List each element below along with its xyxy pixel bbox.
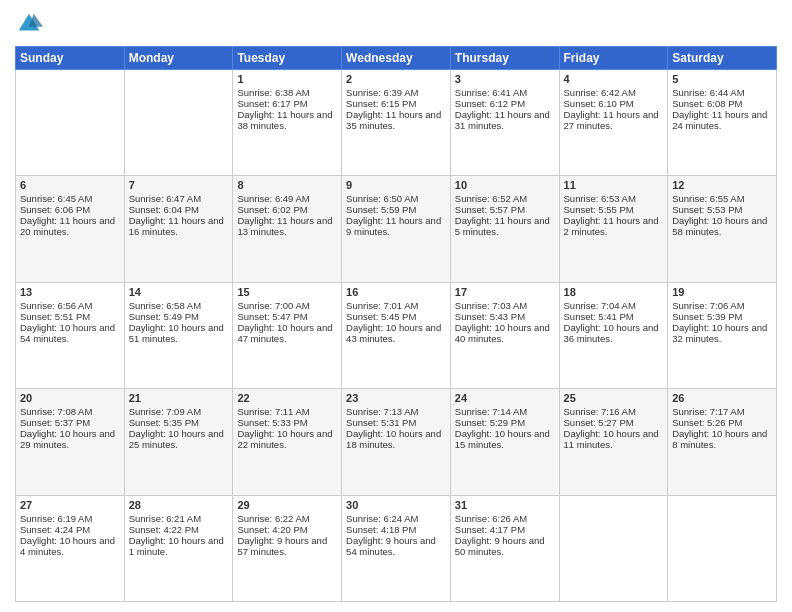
sunset-text: Sunset: 5:45 PM <box>346 311 446 322</box>
calendar-cell: 2Sunrise: 6:39 AMSunset: 6:15 PMDaylight… <box>342 70 451 176</box>
sunrise-text: Sunrise: 6:26 AM <box>455 513 555 524</box>
calendar-cell: 3Sunrise: 6:41 AMSunset: 6:12 PMDaylight… <box>450 70 559 176</box>
day-number: 11 <box>564 179 664 191</box>
daylight-text: Daylight: 10 hours and 29 minutes. <box>20 428 120 450</box>
calendar-cell: 29Sunrise: 6:22 AMSunset: 4:20 PMDayligh… <box>233 495 342 601</box>
sunrise-text: Sunrise: 7:17 AM <box>672 406 772 417</box>
weekday-header-sunday: Sunday <box>16 47 125 70</box>
daylight-text: Daylight: 9 hours and 57 minutes. <box>237 535 337 557</box>
calendar-cell <box>559 495 668 601</box>
sunset-text: Sunset: 6:02 PM <box>237 204 337 215</box>
calendar-cell: 15Sunrise: 7:00 AMSunset: 5:47 PMDayligh… <box>233 282 342 388</box>
daylight-text: Daylight: 10 hours and 1 minute. <box>129 535 229 557</box>
sunset-text: Sunset: 5:27 PM <box>564 417 664 428</box>
logo <box>15 10 47 38</box>
calendar-cell: 25Sunrise: 7:16 AMSunset: 5:27 PMDayligh… <box>559 389 668 495</box>
weekday-header-friday: Friday <box>559 47 668 70</box>
sunrise-text: Sunrise: 6:41 AM <box>455 87 555 98</box>
daylight-text: Daylight: 11 hours and 5 minutes. <box>455 215 555 237</box>
day-number: 27 <box>20 499 120 511</box>
sunset-text: Sunset: 6:15 PM <box>346 98 446 109</box>
daylight-text: Daylight: 9 hours and 54 minutes. <box>346 535 446 557</box>
day-number: 16 <box>346 286 446 298</box>
calendar-cell: 28Sunrise: 6:21 AMSunset: 4:22 PMDayligh… <box>124 495 233 601</box>
sunrise-text: Sunrise: 7:01 AM <box>346 300 446 311</box>
sunset-text: Sunset: 5:33 PM <box>237 417 337 428</box>
day-number: 19 <box>672 286 772 298</box>
calendar-cell: 4Sunrise: 6:42 AMSunset: 6:10 PMDaylight… <box>559 70 668 176</box>
day-number: 26 <box>672 392 772 404</box>
day-number: 30 <box>346 499 446 511</box>
sunset-text: Sunset: 6:17 PM <box>237 98 337 109</box>
sunrise-text: Sunrise: 6:42 AM <box>564 87 664 98</box>
daylight-text: Daylight: 10 hours and 54 minutes. <box>20 322 120 344</box>
calendar-cell <box>16 70 125 176</box>
sunset-text: Sunset: 5:41 PM <box>564 311 664 322</box>
sunrise-text: Sunrise: 6:47 AM <box>129 193 229 204</box>
daylight-text: Daylight: 11 hours and 20 minutes. <box>20 215 120 237</box>
daylight-text: Daylight: 10 hours and 32 minutes. <box>672 322 772 344</box>
daylight-text: Daylight: 11 hours and 24 minutes. <box>672 109 772 131</box>
logo-icon <box>15 10 43 38</box>
sunrise-text: Sunrise: 6:52 AM <box>455 193 555 204</box>
daylight-text: Daylight: 10 hours and 40 minutes. <box>455 322 555 344</box>
sunrise-text: Sunrise: 7:06 AM <box>672 300 772 311</box>
day-number: 13 <box>20 286 120 298</box>
day-number: 29 <box>237 499 337 511</box>
day-number: 28 <box>129 499 229 511</box>
calendar-cell: 1Sunrise: 6:38 AMSunset: 6:17 PMDaylight… <box>233 70 342 176</box>
calendar-cell: 8Sunrise: 6:49 AMSunset: 6:02 PMDaylight… <box>233 176 342 282</box>
sunset-text: Sunset: 5:47 PM <box>237 311 337 322</box>
sunrise-text: Sunrise: 7:14 AM <box>455 406 555 417</box>
day-number: 20 <box>20 392 120 404</box>
sunset-text: Sunset: 6:06 PM <box>20 204 120 215</box>
calendar-cell: 30Sunrise: 6:24 AMSunset: 4:18 PMDayligh… <box>342 495 451 601</box>
sunset-text: Sunset: 5:35 PM <box>129 417 229 428</box>
sunrise-text: Sunrise: 7:00 AM <box>237 300 337 311</box>
daylight-text: Daylight: 10 hours and 36 minutes. <box>564 322 664 344</box>
day-number: 12 <box>672 179 772 191</box>
sunrise-text: Sunrise: 6:56 AM <box>20 300 120 311</box>
day-number: 10 <box>455 179 555 191</box>
sunrise-text: Sunrise: 6:45 AM <box>20 193 120 204</box>
calendar-cell: 23Sunrise: 7:13 AMSunset: 5:31 PMDayligh… <box>342 389 451 495</box>
day-number: 4 <box>564 73 664 85</box>
day-number: 21 <box>129 392 229 404</box>
calendar-cell: 14Sunrise: 6:58 AMSunset: 5:49 PMDayligh… <box>124 282 233 388</box>
daylight-text: Daylight: 10 hours and 25 minutes. <box>129 428 229 450</box>
sunset-text: Sunset: 4:20 PM <box>237 524 337 535</box>
sunset-text: Sunset: 4:22 PM <box>129 524 229 535</box>
calendar-week-3: 13Sunrise: 6:56 AMSunset: 5:51 PMDayligh… <box>16 282 777 388</box>
calendar-header-row: SundayMondayTuesdayWednesdayThursdayFrid… <box>16 47 777 70</box>
calendar-cell: 6Sunrise: 6:45 AMSunset: 6:06 PMDaylight… <box>16 176 125 282</box>
sunset-text: Sunset: 4:18 PM <box>346 524 446 535</box>
day-number: 9 <box>346 179 446 191</box>
daylight-text: Daylight: 11 hours and 38 minutes. <box>237 109 337 131</box>
sunrise-text: Sunrise: 7:09 AM <box>129 406 229 417</box>
day-number: 15 <box>237 286 337 298</box>
sunset-text: Sunset: 4:17 PM <box>455 524 555 535</box>
calendar-cell: 5Sunrise: 6:44 AMSunset: 6:08 PMDaylight… <box>668 70 777 176</box>
calendar-week-2: 6Sunrise: 6:45 AMSunset: 6:06 PMDaylight… <box>16 176 777 282</box>
calendar-cell: 31Sunrise: 6:26 AMSunset: 4:17 PMDayligh… <box>450 495 559 601</box>
day-number: 3 <box>455 73 555 85</box>
sunrise-text: Sunrise: 6:19 AM <box>20 513 120 524</box>
sunset-text: Sunset: 5:43 PM <box>455 311 555 322</box>
daylight-text: Daylight: 11 hours and 2 minutes. <box>564 215 664 237</box>
daylight-text: Daylight: 11 hours and 9 minutes. <box>346 215 446 237</box>
sunrise-text: Sunrise: 6:22 AM <box>237 513 337 524</box>
calendar-week-1: 1Sunrise: 6:38 AMSunset: 6:17 PMDaylight… <box>16 70 777 176</box>
sunrise-text: Sunrise: 6:39 AM <box>346 87 446 98</box>
calendar-cell: 26Sunrise: 7:17 AMSunset: 5:26 PMDayligh… <box>668 389 777 495</box>
sunset-text: Sunset: 4:24 PM <box>20 524 120 535</box>
sunset-text: Sunset: 5:31 PM <box>346 417 446 428</box>
day-number: 7 <box>129 179 229 191</box>
weekday-header-monday: Monday <box>124 47 233 70</box>
daylight-text: Daylight: 10 hours and 51 minutes. <box>129 322 229 344</box>
calendar-cell: 12Sunrise: 6:55 AMSunset: 5:53 PMDayligh… <box>668 176 777 282</box>
sunrise-text: Sunrise: 7:04 AM <box>564 300 664 311</box>
day-number: 5 <box>672 73 772 85</box>
sunset-text: Sunset: 5:57 PM <box>455 204 555 215</box>
sunrise-text: Sunrise: 6:53 AM <box>564 193 664 204</box>
daylight-text: Daylight: 10 hours and 8 minutes. <box>672 428 772 450</box>
